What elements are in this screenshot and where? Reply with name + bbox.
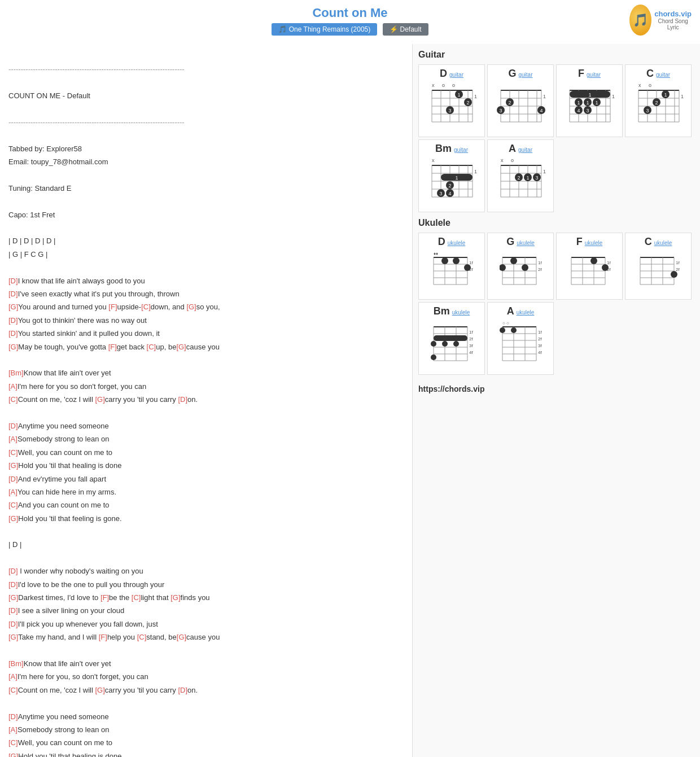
svg-point-212: [500, 327, 505, 333]
svg-point-136: [441, 257, 448, 264]
svg-text:o: o: [442, 82, 445, 88]
chord-D-guitar: D guitar x o o: [418, 64, 485, 137]
svg-text:1fr: 1fr: [612, 94, 615, 99]
main-layout: ----------------------------------------…: [0, 44, 700, 757]
F-ukulele-diagram: 1fr 2fr: [568, 250, 611, 295]
logo-sub: Chord Song Lyric: [654, 18, 692, 30]
svg-text:3: 3: [439, 191, 442, 196]
svg-text:2: 2: [466, 100, 469, 106]
guitar-row-2: Bm guitar x 1fr: [418, 139, 694, 212]
svg-text:1: 1: [664, 92, 667, 98]
svg-point-137: [453, 257, 460, 264]
svg-text:1: 1: [588, 92, 591, 98]
svg-text:♦♦: ♦♦: [434, 251, 438, 256]
svg-text:o: o: [649, 82, 651, 88]
svg-text:x: x: [432, 82, 435, 88]
svg-text:4: 4: [577, 108, 580, 113]
svg-text:x: x: [432, 157, 435, 163]
svg-text:1: 1: [595, 100, 598, 106]
F-guitar-diagram: 1fr 1 1 1 1 3 4: [564, 81, 615, 132]
svg-text:1fr: 1fr: [474, 169, 477, 174]
svg-text:o: o: [452, 82, 455, 88]
divider-top: ----------------------------------------…: [8, 65, 185, 73]
Bm-guitar-diagram: x 1fr 1 2: [426, 156, 477, 207]
svg-text:1: 1: [577, 100, 580, 106]
svg-point-195: [453, 341, 459, 347]
svg-text:1fr: 1fr: [543, 169, 546, 174]
svg-point-177: [671, 271, 677, 278]
chord-D-ukulele: D ukulele ♦♦ 1fr 2fr: [418, 233, 485, 300]
svg-text:1fr: 1fr: [543, 94, 546, 99]
svg-text:3: 3: [535, 175, 538, 181]
svg-text:2fr: 2fr: [538, 336, 542, 342]
svg-text:3: 3: [646, 108, 649, 113]
tab-bar: 🎵 One Thing Remains (2005) ⚡ Default: [0, 23, 700, 36]
svg-text:x: x: [638, 82, 641, 88]
svg-text:2fr: 2fr: [538, 267, 542, 272]
chord-G-guitar: G guitar 1fr: [487, 64, 554, 137]
svg-text:○ ○: ○ ○: [502, 321, 509, 326]
svg-point-164: [590, 257, 597, 264]
svg-text:1fr: 1fr: [538, 330, 542, 335]
ukulele-section-title: Ukulele: [418, 218, 694, 228]
svg-text:2: 2: [517, 175, 520, 181]
divider-2: ----------------------------------------…: [8, 118, 185, 126]
guitar-row-1: D guitar x o o: [418, 64, 694, 137]
svg-point-193: [431, 341, 436, 347]
svg-point-152: [522, 264, 528, 271]
ukulele-row-1: D ukulele ♦♦ 1fr 2fr: [418, 233, 694, 300]
chord-url: https://chords.vip: [418, 382, 694, 396]
svg-text:1fr: 1fr: [469, 330, 473, 335]
svg-text:x: x: [501, 157, 504, 163]
svg-text:3: 3: [448, 108, 451, 113]
chord-F-ukulele: F ukulele 1fr 2fr: [556, 233, 623, 300]
chord-Bm-ukulele: Bm ukulele 1fr 2fr 3fr: [418, 302, 485, 375]
logo: 🎵 chords.vip Chord Song Lyric: [629, 5, 692, 36]
svg-point-138: [464, 264, 471, 271]
C-ukulele-diagram: 1fr 2fr: [637, 250, 680, 295]
svg-text:2: 2: [655, 100, 658, 106]
svg-text:1: 1: [457, 92, 460, 98]
svg-point-213: [511, 327, 517, 333]
logo-text: chords.vip Chord Song Lyric: [654, 10, 692, 30]
svg-point-150: [510, 257, 517, 264]
svg-text:2: 2: [448, 183, 451, 189]
D-guitar-diagram: x o o 1fr: [426, 81, 477, 132]
Bm-ukulele-diagram: 1fr 2fr 3fr 4fr: [431, 319, 473, 370]
svg-text:1fr: 1fr: [474, 94, 477, 99]
tab-default[interactable]: ⚡ Default: [383, 23, 428, 36]
page-title: Count on Me: [0, 6, 700, 20]
svg-text:2: 2: [508, 100, 511, 106]
svg-text:o: o: [511, 157, 514, 163]
chord-Bm-guitar: Bm guitar x 1fr: [418, 139, 485, 212]
logo-name: chords.vip: [654, 10, 692, 18]
tab-song[interactable]: 🎵 One Thing Remains (2005): [272, 23, 377, 36]
A-guitar-diagram: x o 1fr 2 1: [495, 156, 546, 207]
svg-text:4fr: 4fr: [469, 350, 473, 355]
svg-point-196: [431, 355, 436, 360]
lyrics-panel: ----------------------------------------…: [0, 44, 412, 757]
A-ukulele-diagram: ○ ○ 1fr 2fr 3fr 4fr: [500, 319, 542, 370]
svg-text:4: 4: [448, 191, 451, 196]
chord-F-guitar: F guitar 1fr: [556, 64, 623, 137]
svg-text:1fr: 1fr: [607, 260, 611, 265]
svg-text:2fr: 2fr: [676, 267, 680, 272]
svg-text:3: 3: [586, 108, 589, 113]
svg-text:2fr: 2fr: [469, 336, 473, 342]
svg-rect-192: [434, 335, 467, 341]
svg-text:1fr: 1fr: [676, 260, 680, 265]
chord-A-guitar: A guitar x o 1fr: [487, 139, 554, 212]
svg-text:1: 1: [455, 175, 458, 181]
guitar-section-title: Guitar: [418, 50, 694, 60]
G-ukulele-diagram: 1fr 2fr: [500, 250, 542, 295]
svg-text:1fr: 1fr: [538, 260, 542, 265]
svg-text:3: 3: [499, 108, 502, 113]
svg-point-151: [500, 264, 506, 271]
chord-C-ukulele: C ukulele 1fr 2fr: [625, 233, 692, 300]
svg-point-165: [602, 264, 609, 271]
svg-text:3fr: 3fr: [538, 343, 542, 348]
svg-text:1: 1: [526, 175, 529, 181]
chord-C-guitar: C guitar x o 1fr: [625, 64, 692, 137]
logo-icon: 🎵: [629, 5, 651, 36]
lyrics-intro: ----------------------------------------…: [8, 50, 404, 757]
